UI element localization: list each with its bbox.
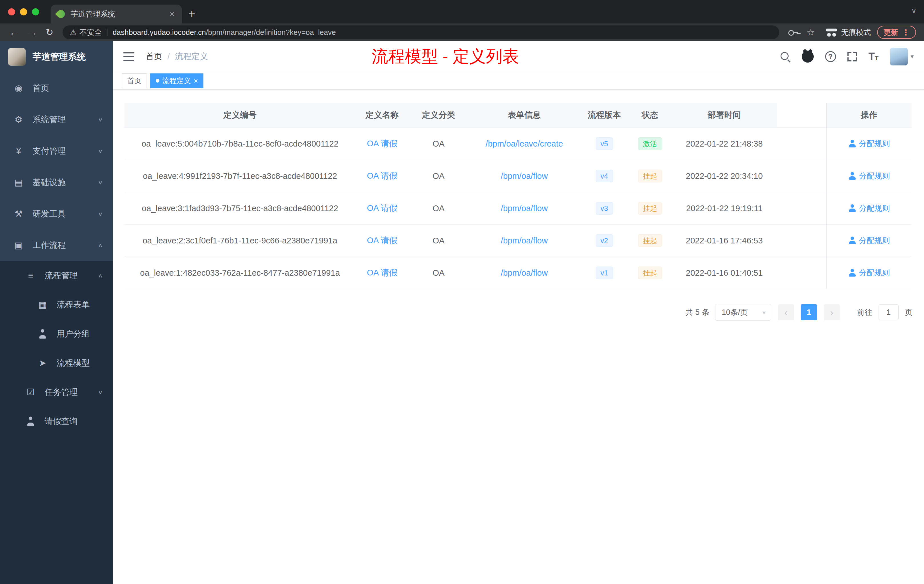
- sidebar: 芋道管理系统 ◉ 首页 ⚙ 系统管理: [0, 41, 113, 584]
- sidebar-item-label: 用户分组: [56, 328, 103, 340]
- avatar[interactable]: [890, 48, 908, 66]
- sidebar-item[interactable]: ▦ 流程表单: [0, 290, 113, 319]
- fullscreen-icon[interactable]: [847, 52, 857, 61]
- status-badge: 挂起: [638, 202, 662, 214]
- form-info-link[interactable]: /bpm/oa/flow: [501, 268, 548, 278]
- page-size-select[interactable]: 10条/页 ∨: [715, 304, 771, 320]
- new-tab-button[interactable]: +: [188, 8, 195, 20]
- zoom-window-button[interactable]: [32, 8, 39, 15]
- user-avatar-menu[interactable]: ▾: [890, 48, 914, 66]
- row-spacer: [777, 160, 826, 192]
- prev-page-button[interactable]: [778, 304, 794, 320]
- definition-id: oa_leave:2:3c1f0ef1-76b1-11ec-9c66-a2380…: [143, 236, 337, 246]
- forward-icon[interactable]: →: [27, 27, 38, 38]
- sidebar-item[interactable]: ≡ 流程管理: [0, 261, 113, 290]
- next-page-button[interactable]: [824, 304, 840, 320]
- column-header: 状态: [629, 103, 672, 128]
- sidebar-menu: ◉ 首页 ⚙ 系统管理 ¥ 支付管理: [0, 73, 113, 436]
- definition-category: OA: [432, 268, 445, 278]
- bookmark-star-icon[interactable]: ☆: [807, 27, 815, 38]
- sidebar-item[interactable]: 请假查询: [0, 407, 113, 436]
- menu-item-icon: ▤: [12, 177, 25, 188]
- passwords-key-icon[interactable]: [788, 30, 799, 35]
- content-area: 定义编号 定义名称 定义分类 表单信息 流程版本 状态 部署时间: [113, 90, 924, 584]
- table-row: oa_leave:1:482ec033-762a-11ec-8477-a2380…: [124, 257, 911, 289]
- user-icon: [848, 172, 856, 180]
- status-badge: 挂起: [638, 267, 662, 279]
- breadcrumb-home[interactable]: 首页: [146, 51, 162, 62]
- tag-label: 流程定义: [162, 76, 191, 86]
- github-icon[interactable]: [802, 51, 814, 63]
- sidebar-item[interactable]: ⚙ 系统管理: [0, 104, 113, 135]
- sidebar-item[interactable]: ▤ 基础设施: [0, 167, 113, 198]
- goto-page-input[interactable]: [879, 304, 899, 320]
- form-info-link[interactable]: /bpm/oa/flow: [501, 236, 548, 246]
- assign-rule-link[interactable]: 分配规则: [848, 171, 890, 181]
- search-icon[interactable]: [780, 51, 790, 62]
- sidebar-item[interactable]: 用户分组: [0, 319, 113, 348]
- version-badge: v1: [596, 267, 613, 279]
- address-bar[interactable]: ⚠ 不安全 dashboard.yudao.iocoder.cn/bpm/man…: [63, 25, 779, 39]
- sidebar-item-label: 请假查询: [45, 416, 103, 427]
- font-size-icon[interactable]: [869, 51, 879, 62]
- sidebar-item[interactable]: ¥ 支付管理: [0, 135, 113, 167]
- close-window-button[interactable]: [8, 8, 15, 15]
- back-icon[interactable]: ←: [9, 27, 20, 38]
- row-spacer: [777, 257, 826, 289]
- sidebar-filler: [0, 436, 113, 584]
- form-info-link[interactable]: /bpm/oa/flow: [501, 172, 548, 181]
- not-secure-warning-icon[interactable]: ⚠: [70, 28, 77, 37]
- version-badge: v3: [596, 202, 613, 214]
- form-info-link[interactable]: /bpm/oa/leave/create: [486, 139, 563, 148]
- row-spacer: [777, 128, 826, 160]
- minimize-window-button[interactable]: [20, 8, 27, 15]
- tab-search-chevron-icon[interactable]: ∨: [911, 6, 917, 15]
- browser-tab-bar: 芋道管理系统 × + ∨: [0, 0, 924, 23]
- definition-name-link[interactable]: OA 请假: [367, 267, 397, 279]
- chevron-icon: [98, 211, 103, 217]
- url-path: /bpm/manager/definition?key=oa_leave: [206, 28, 336, 37]
- definition-name-link[interactable]: OA 请假: [367, 235, 397, 246]
- definition-name-link[interactable]: OA 请假: [367, 138, 397, 149]
- tab-close-icon[interactable]: ×: [168, 9, 176, 19]
- chrome-update-button[interactable]: 更新 ⋮: [877, 26, 916, 39]
- menu-item-icon: ▣: [12, 240, 25, 251]
- assign-rule-link[interactable]: 分配规则: [848, 268, 890, 278]
- reload-icon[interactable]: ↻: [46, 28, 53, 37]
- sidebar-item[interactable]: ◉ 首页: [0, 73, 113, 104]
- logo-avatar: [8, 48, 26, 66]
- sidebar-item[interactable]: ▣ 工作流程: [0, 230, 113, 261]
- definition-category: OA: [432, 172, 445, 181]
- tag-close-icon[interactable]: [194, 77, 198, 84]
- main-area: 首页 / 流程定义 流程模型 - 定义列表 ▾: [113, 41, 924, 584]
- browser-menu-icon[interactable]: ⋮: [902, 28, 910, 37]
- form-info-link[interactable]: /bpm/oa/flow: [501, 204, 548, 213]
- browser-tab[interactable]: 芋道管理系统 ×: [51, 5, 182, 23]
- page-1-button[interactable]: 1: [801, 304, 817, 320]
- sidebar-item[interactable]: ☑ 任务管理: [0, 378, 113, 407]
- menu-item-icon: ⚙: [12, 115, 25, 125]
- help-icon[interactable]: [825, 51, 836, 62]
- sidebar-item-label: 首页: [33, 82, 103, 94]
- definition-id: oa_leave:4:991f2193-7b7f-11ec-a3c8-acde4…: [143, 172, 337, 181]
- definition-name-link[interactable]: OA 请假: [367, 170, 397, 182]
- navbar-actions: ▾: [780, 41, 924, 72]
- definition-name-link[interactable]: OA 请假: [367, 203, 397, 214]
- sidebar-item[interactable]: ➤ 流程模型: [0, 348, 113, 378]
- sidebar-logo[interactable]: 芋道管理系统: [0, 41, 113, 73]
- app-title: 芋道管理系统: [33, 51, 86, 63]
- route-tag[interactable]: 首页: [122, 73, 147, 88]
- sidebar-item-label: 工作流程: [33, 240, 98, 251]
- sidebar-item-label: 研发工具: [33, 208, 98, 220]
- hamburger-icon[interactable]: [124, 52, 134, 61]
- sidebar-item[interactable]: ⚒ 研发工具: [0, 198, 113, 230]
- row-spacer: [777, 192, 826, 224]
- assign-rule-link[interactable]: 分配规则: [848, 203, 890, 213]
- assign-rule-link[interactable]: 分配规则: [848, 139, 890, 149]
- sidebar-item-label: 流程模型: [56, 358, 103, 369]
- deploy-time: 2022-01-22 19:19:11: [686, 204, 762, 213]
- route-tag[interactable]: 流程定义: [150, 73, 203, 88]
- assign-rule-link[interactable]: 分配规则: [848, 236, 890, 246]
- sidebar-item-label: 基础设施: [33, 177, 98, 188]
- deploy-time: 2022-01-22 21:48:38: [686, 139, 762, 148]
